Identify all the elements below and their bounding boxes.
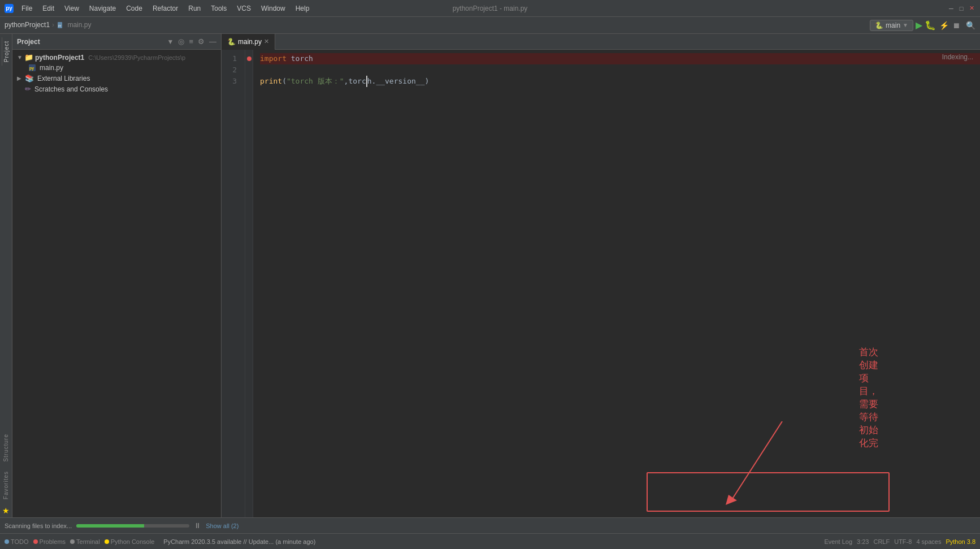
project-root-label: pythonProject1 xyxy=(35,54,84,62)
menu-code[interactable]: Code xyxy=(122,3,147,14)
encoding[interactable]: UTF-8 xyxy=(894,538,912,545)
tree-root[interactable]: ▼ 📁 pythonProject1 C:\Users\29939\Pychar… xyxy=(12,52,221,63)
debug-button[interactable]: 🐛 xyxy=(925,20,936,30)
title-bar: py File Edit View Navigate Code Refactor… xyxy=(0,0,980,17)
crlf[interactable]: CRLF xyxy=(873,538,890,545)
event-log[interactable]: Event Log xyxy=(825,538,853,545)
str-torch: "torch 版本：" xyxy=(287,76,344,87)
project-panel-header: Project ▼ ◎ ≡ ⚙ — xyxy=(12,34,221,50)
nav-bar: pythonProject1 › py main.py 🐍 main ▼ ▶ 🐛… xyxy=(0,17,980,34)
menu-window[interactable]: Window xyxy=(257,3,290,14)
panel-collapse-icon[interactable]: ≡ xyxy=(189,37,193,46)
show-all-link[interactable]: Show all (2) xyxy=(206,522,239,529)
panel-locate-icon[interactable]: ◎ xyxy=(178,37,184,46)
favorites-label[interactable]: Favorites xyxy=(2,469,10,502)
todo-status[interactable]: TODO xyxy=(5,538,29,545)
structure-label[interactable]: Structure xyxy=(2,432,10,464)
python-version[interactable]: Python 3.8 xyxy=(946,538,975,545)
menu-edit[interactable]: Edit xyxy=(38,3,59,14)
minimize-button[interactable]: ─ xyxy=(947,5,955,12)
tree-main-py[interactable]: py main.py xyxy=(12,63,221,73)
breadcrumb: pythonProject1 › py main.py xyxy=(5,21,91,29)
code-editor[interactable]: 1 2 3 import torch print xyxy=(222,50,980,517)
progress-fill xyxy=(76,524,144,528)
menu-run[interactable]: Run xyxy=(184,3,205,14)
status-right: Event Log 3:23 CRLF UTF-8 4 spaces Pytho… xyxy=(825,538,976,545)
menu-navigate[interactable]: Navigate xyxy=(85,3,120,14)
window-controls: ─ □ ✕ xyxy=(947,5,975,12)
breadcrumb-project[interactable]: pythonProject1 xyxy=(5,21,50,29)
project-root-path: C:\Users\29939\PycharmProjects\p xyxy=(88,54,185,61)
tree-external-libs[interactable]: ▶ 📚 External Libraries xyxy=(12,73,221,84)
run-button[interactable]: ▶ xyxy=(916,20,922,30)
python-console-status[interactable]: Python Console xyxy=(105,538,155,545)
stop-button[interactable]: ⏹ xyxy=(952,21,960,30)
menu-refactor[interactable]: Refactor xyxy=(148,3,183,14)
problems-indicator xyxy=(33,539,38,544)
menu-view[interactable]: View xyxy=(60,3,84,14)
menu-help[interactable]: Help xyxy=(291,3,314,14)
indexing-status: Indexing... xyxy=(942,53,973,61)
problems-label: Problems xyxy=(40,538,66,545)
profile-button[interactable]: ⚡ xyxy=(939,21,949,30)
main-layout: Project Structure Favorites ★ Project ▼ … xyxy=(0,34,980,517)
breadcrumb-file: py main.py xyxy=(57,21,91,29)
pause-button[interactable]: ⏸ xyxy=(194,521,201,530)
star-icon[interactable]: ★ xyxy=(2,506,10,515)
editor-area: 🐍 main.py ✕ 1 2 3 xyxy=(222,34,980,517)
progress-track xyxy=(76,524,189,528)
menu-file[interactable]: File xyxy=(17,3,37,14)
scratches-label: Scratches and Consoles xyxy=(34,85,108,93)
run-config-selector[interactable]: 🐍 main ▼ xyxy=(870,20,913,31)
maximize-button[interactable]: □ xyxy=(957,5,965,12)
app-logo: py xyxy=(5,4,14,13)
project-sidebar-label[interactable]: Project xyxy=(2,37,11,66)
line-numbers: 1 2 3 xyxy=(222,50,245,517)
fn-print: print xyxy=(260,76,282,87)
code-line-3: print ( "torch 版本：" ,tor c h.__version__… xyxy=(260,76,980,87)
tab-main-py[interactable]: 🐍 main.py ✕ xyxy=(222,34,275,50)
panel-hide-icon[interactable]: — xyxy=(209,37,216,46)
error-indicator xyxy=(247,56,251,61)
code-content[interactable]: import torch print ( "torch 版本：" ,tor c … xyxy=(253,50,980,517)
scratch-icon: ✏ xyxy=(25,85,31,93)
close-button[interactable]: ✕ xyxy=(968,5,975,12)
menu-tools[interactable]: Tools xyxy=(206,3,231,14)
svg-text:py: py xyxy=(29,66,34,71)
panel-drop-down[interactable]: ▼ xyxy=(167,38,174,46)
status-left: TODO Problems Terminal Python Console Py… xyxy=(5,538,820,545)
left-sidebar-strip: Project Structure Favorites ★ xyxy=(0,34,12,517)
panel-settings-icon[interactable]: ⚙ xyxy=(198,37,205,46)
python-console-label: Python Console xyxy=(111,538,155,545)
text-cursor: c xyxy=(362,76,367,87)
error-gutter xyxy=(245,50,253,517)
tree-scratches[interactable]: ▶ ✏ Scratches and Consoles xyxy=(12,84,221,94)
run-config-area: 🐍 main ▼ ▶ 🐛 ⚡ ⏹ 🔍 xyxy=(870,20,975,31)
line-col: 3:23 xyxy=(857,538,869,545)
project-tree: ▼ 📁 pythonProject1 C:\Users\29939\Pychar… xyxy=(12,50,221,517)
scanning-text: Scanning files to index... xyxy=(5,522,72,529)
global-search-icon[interactable]: 🔍 xyxy=(966,21,975,30)
status-bar: TODO Problems Terminal Python Console Py… xyxy=(0,533,980,549)
breadcrumb-sep: › xyxy=(52,21,54,29)
code-line-2 xyxy=(260,64,980,76)
terminal-status[interactable]: Terminal xyxy=(70,538,100,545)
keyword-import: import xyxy=(260,53,287,64)
python-console-indicator xyxy=(105,539,109,544)
tab-close-button[interactable]: ✕ xyxy=(264,38,269,45)
panel-title-label: Project xyxy=(17,38,165,46)
todo-indicator xyxy=(5,539,9,544)
project-folder-icon: 📁 xyxy=(24,53,33,62)
tab-py-icon: 🐍 xyxy=(227,38,236,46)
main-py-label: main.py xyxy=(40,64,63,72)
indent[interactable]: 4 spaces xyxy=(916,538,941,545)
bottom-progress-bar: Scanning files to index... ⏸ Show all (2… xyxy=(0,517,980,533)
menu-vcs[interactable]: VCS xyxy=(232,3,255,14)
external-libs-label: External Libraries xyxy=(37,75,90,82)
code-line-1: import torch xyxy=(260,53,980,64)
lib-icon: 📚 xyxy=(25,74,34,82)
py-file-icon: py xyxy=(28,64,36,72)
tab-label: main.py xyxy=(238,38,262,46)
problems-status[interactable]: Problems xyxy=(33,538,66,545)
terminal-label: Terminal xyxy=(76,538,100,545)
